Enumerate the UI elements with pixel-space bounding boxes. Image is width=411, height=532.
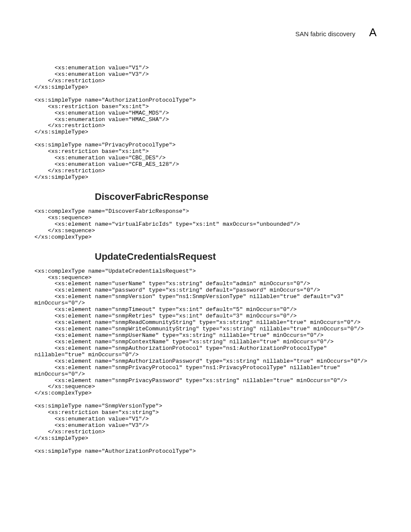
heading-update-credentials-request: UpdateCredentialsRequest xyxy=(95,251,377,262)
header-section-label: SAN fabric discovery xyxy=(295,30,355,37)
code-block-top: <xs:enumeration value="V1"/> <xs:enumera… xyxy=(34,65,377,181)
code-block-discover-fabric-response: <xs:complexType name="DiscoverFabricResp… xyxy=(34,208,377,241)
page-header: SAN fabric discovery A xyxy=(34,26,377,39)
heading-discover-fabric-response: DiscoverFabricResponse xyxy=(95,191,377,202)
page-container: SAN fabric discovery A <xs:enumeration v… xyxy=(0,0,411,517)
header-appendix-letter: A xyxy=(369,26,377,39)
code-block-update-credentials-request: <xs:complexType name="UpdateCredentialsR… xyxy=(34,268,377,455)
